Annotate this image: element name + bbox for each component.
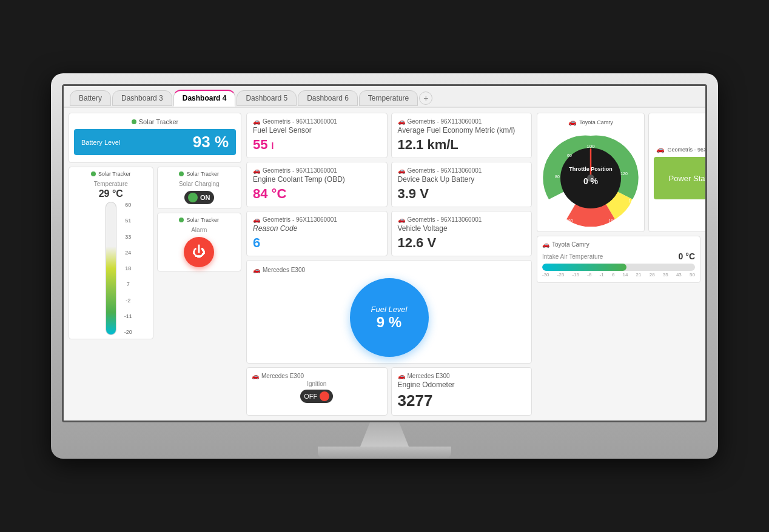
toggle-circle xyxy=(188,193,198,202)
metric-source-2: 🚗 Geometris - 96X113060001 xyxy=(398,118,526,125)
charging-toggle[interactable]: ON xyxy=(184,191,214,204)
bottom-metrics: 🚗 Mercedes E300 Ignition OFF 🚗 Mercedes xyxy=(246,367,532,416)
alarm-button[interactable]: ⏻ xyxy=(184,237,214,267)
tabs-bar: Battery Dashboard 3 Dashboard 4 Dashboar… xyxy=(64,86,705,108)
metric-coolant: 🚗 Geometris - 96X113060001 Engine Coolan… xyxy=(246,162,388,207)
gauge-header: 🚗 Toyota Camry xyxy=(542,118,639,126)
battery-percent: 93 % xyxy=(193,133,229,151)
tab-add-button[interactable]: + xyxy=(419,91,432,105)
ignition-label: Ignition xyxy=(252,381,382,387)
ignition-toggle[interactable]: OFF xyxy=(300,390,333,403)
gauge-source: Toyota Camry xyxy=(579,119,613,125)
metric-source-4: 🚗 Geometris - 96X113060001 xyxy=(398,167,526,174)
battery-label: Battery Level xyxy=(81,139,120,146)
svg-text:120: 120 xyxy=(620,171,628,176)
toggle-on-text: ON xyxy=(200,194,210,201)
solar-tracker-sub2-label: Solar Tracker xyxy=(186,171,219,177)
alarm-label: Alarm xyxy=(161,227,238,233)
svg-text:160: 160 xyxy=(608,219,616,223)
toggle-circle-off xyxy=(320,391,329,401)
car-icon-intake: 🚗 xyxy=(542,241,549,248)
metric-name-3: Engine Coolant Temp (OBD) xyxy=(253,175,381,184)
solar-tracker-header: Solar Tracker xyxy=(74,118,236,125)
metric-name-2: Average Fuel Economy Metric (km/l) xyxy=(398,126,526,135)
svg-text:0 %: 0 % xyxy=(583,176,599,186)
temp-value: 29 °C xyxy=(73,188,149,199)
monitor-outer: Battery Dashboard 3 Dashboard 4 Dashboar… xyxy=(51,73,718,459)
temp-section: Temperature 29 °C 60 51 33 24 xyxy=(73,181,149,335)
h-scale: -30 -23 -15 -8 -1 6 14 21 28 35 43 50 xyxy=(542,272,695,278)
tab-dashboard4[interactable]: Dashboard 4 xyxy=(173,90,236,107)
top-right: 🚗 Toyota Camry xyxy=(537,113,700,232)
tab-battery[interactable]: Battery xyxy=(70,90,111,106)
battery-bar: Battery Level 93 % xyxy=(74,129,236,155)
left-panel: Solar Tracker Battery Level 93 % Solar T… xyxy=(69,113,241,416)
tab-temperature[interactable]: Temperature xyxy=(359,90,418,106)
svg-text:100: 100 xyxy=(586,144,595,149)
toggle-off-text: OFF xyxy=(304,393,317,400)
power-state-source: Geometris - 96X1306... xyxy=(667,147,707,153)
intake-value: 0 °C xyxy=(679,251,695,261)
intake-row: Intake Air Temperature 0 °C xyxy=(542,251,695,261)
temp-gauge-wrapper: 60 51 33 24 18 7 -2 -11 -20 xyxy=(106,202,116,335)
car-icon-fuel: 🚗 xyxy=(253,267,260,273)
metric-value-1: 55 l xyxy=(253,137,381,153)
tab-dashboard3[interactable]: Dashboard 3 xyxy=(112,90,172,106)
fuel-level-card: 🚗 Mercedes E300 Fuel Level 9 % xyxy=(246,260,532,364)
svg-text:140: 140 xyxy=(628,199,636,203)
solar-tracker-sub1: Solar Tracker xyxy=(73,171,149,177)
green-dot-icon2 xyxy=(91,171,96,176)
green-dot-icon4 xyxy=(179,218,184,222)
alarm-section: Alarm ⏻ xyxy=(161,227,238,267)
metric-value-2: 12.1 km/L xyxy=(398,137,526,153)
intake-label: Intake Air Temperature xyxy=(542,253,603,260)
svg-text:160: 160 xyxy=(548,202,555,206)
metric-reason-code: 🚗 Geometris - 96X113060001 Reason Code 6 xyxy=(246,211,388,256)
throttle-gauge-svg: 100 120 140 160 180 160 80 60 200 xyxy=(542,130,639,227)
metric-name-6: Vehicle Voltage xyxy=(398,224,526,233)
metric-source-5-text: Geometris - 96X113060001 xyxy=(263,216,337,223)
monitor-screen: Battery Dashboard 3 Dashboard 4 Dashboar… xyxy=(62,84,707,422)
metric-value-4: 3.9 V xyxy=(398,186,526,202)
car-icon-6: 🚗 xyxy=(398,216,405,223)
car-icon-ign: 🚗 xyxy=(252,373,259,379)
middle-panel: 🚗 Geometris - 96X113060001 Fuel Level Se… xyxy=(246,113,532,416)
solar-charging-section: Solar Charging ON xyxy=(161,181,238,205)
car-icon-gauge: 🚗 xyxy=(568,118,577,126)
tab-dashboard6[interactable]: Dashboard 6 xyxy=(298,90,358,106)
alarm-tracker-header: Solar Tracker xyxy=(161,217,238,223)
ignition-source-text: Mercedes E300 xyxy=(261,373,304,379)
solar-charging-card: Solar Tracker Solar Charging ON xyxy=(157,167,242,209)
metric-source-6-text: Geometris - 96X113060001 xyxy=(408,216,482,223)
intake-source-header: 🚗 Toyota Camry xyxy=(542,241,695,248)
temperature-card: Solar Tracker Temperature 29 °C 60 5 xyxy=(69,167,153,339)
gauge-card: 🚗 Toyota Camry xyxy=(537,113,645,232)
metric-value-3: 84 °C xyxy=(253,186,381,202)
odometer-value: 3277 xyxy=(398,391,526,410)
metric-source-4-text: Geometris - 96X113060001 xyxy=(408,167,482,174)
car-icon-3: 🚗 xyxy=(253,167,260,174)
tab-dashboard5[interactable]: Dashboard 5 xyxy=(237,90,297,106)
car-icon-odo: 🚗 xyxy=(398,373,405,379)
fuel-source-text: Mercedes E300 xyxy=(263,267,305,273)
stand-neck xyxy=(360,422,409,447)
solar-tracker-sub1-label: Solar Tracker xyxy=(98,171,131,177)
odometer-card: 🚗 Mercedes E300 Engine Odometer 3277 xyxy=(391,367,532,416)
charging-alarm-col: Solar Tracker Solar Charging ON xyxy=(157,167,242,339)
metric-source-1-text: Geometris - 96X113060001 xyxy=(263,118,337,125)
alarm-card: Solar Tracker Alarm ⏻ xyxy=(157,213,242,271)
metric-source-2-text: Geometris - 96X113060001 xyxy=(408,118,482,125)
green-dot-icon xyxy=(132,119,136,124)
car-icon-2: 🚗 xyxy=(398,118,405,125)
metric-source-1: 🚗 Geometris - 96X113060001 xyxy=(253,118,381,125)
metric-fuel-sensor: 🚗 Geometris - 96X113060001 Fuel Level Se… xyxy=(246,113,388,158)
fuel-circle-value: 9 % xyxy=(377,314,401,331)
svg-text:60: 60 xyxy=(567,153,572,158)
metric-source-5: 🚗 Geometris - 96X113060001 xyxy=(253,216,381,223)
car-icon-4: 🚗 xyxy=(398,167,405,174)
metrics-grid: 🚗 Geometris - 96X113060001 Fuel Level Se… xyxy=(246,113,532,256)
metric-vehicle-voltage: 🚗 Geometris - 96X113060001 Vehicle Volta… xyxy=(391,211,532,256)
ignition-card: 🚗 Mercedes E300 Ignition OFF xyxy=(246,367,388,416)
fuel-source: 🚗 Mercedes E300 xyxy=(253,267,305,273)
car-icon-5: 🚗 xyxy=(253,216,260,223)
